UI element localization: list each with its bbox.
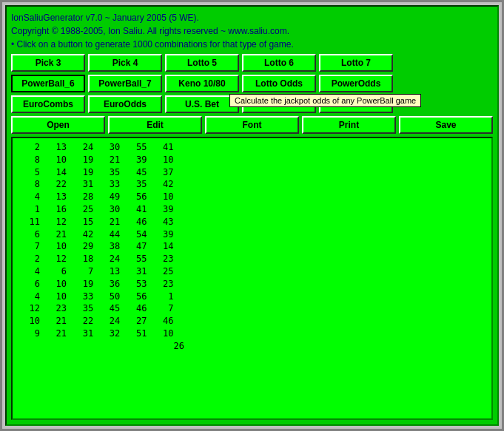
main-window: IonSaliuGenerator v7.0 ~ January 2005 (5… [5,5,499,426]
lotto5-button[interactable]: Lotto 5 [165,54,239,72]
powerball7-button[interactable]: PowerBall_7 [88,75,162,92]
font-button[interactable]: Font [205,116,299,134]
action-row: Open Edit Font Print Save [11,116,493,134]
button-row-1: Pick 3 Pick 4 Lotto 5 Lotto 6 Lotto 7 [11,54,493,72]
button-row-2: PowerBall_6 PowerBall_7 Keno 10/80 Lotto… [11,75,493,92]
lottoodds-button[interactable]: Lotto Odds [242,75,316,92]
header-section: IonSaliuGenerator v7.0 ~ January 2005 (5… [11,11,493,51]
pick3-button[interactable]: Pick 3 [11,54,85,72]
save-button[interactable]: Save [399,116,493,134]
header-line2: Copyright © 1988-2005, Ion Saliu. All ri… [11,24,493,38]
pick4-button[interactable]: Pick 4 [88,54,162,72]
output-area: 2 13 24 30 55 41 8 10 19 21 39 10 5 14 1… [11,137,493,420]
keno-button[interactable]: Keno 10/80 [165,75,239,92]
print-button[interactable]: Print [302,116,396,134]
outer-border: IonSaliuGenerator v7.0 ~ January 2005 (5… [0,0,504,431]
lotto6-button[interactable]: Lotto 6 [242,54,316,72]
header-line1: IonSaliuGenerator v7.0 ~ January 2005 (5… [11,11,493,24]
euroodds-button[interactable]: EuroOdds [88,95,162,113]
eurocombs-button[interactable]: EuroCombs [11,95,85,113]
output-text: 2 13 24 30 55 41 8 10 19 21 39 10 5 14 1… [19,141,485,353]
output-content[interactable]: 2 13 24 30 55 41 8 10 19 21 39 10 5 14 1… [13,138,491,418]
button-row-3: EuroCombs EuroOdds U.S. Bet Horses Roule… [11,95,493,113]
open-button[interactable]: Open [11,116,105,134]
powerball6-button[interactable]: PowerBall_6 [11,75,85,92]
powerodds-button[interactable]: PowerOdds [319,75,393,92]
edit-button[interactable]: Edit [108,116,202,134]
header-line3: • Click on a button to generate 1000 com… [11,38,493,51]
tooltip: Calculate the jackpot odds of any PowerB… [229,94,421,107]
usbet-button[interactable]: U.S. Bet [165,95,239,113]
lotto7-button[interactable]: Lotto 7 [319,54,393,72]
